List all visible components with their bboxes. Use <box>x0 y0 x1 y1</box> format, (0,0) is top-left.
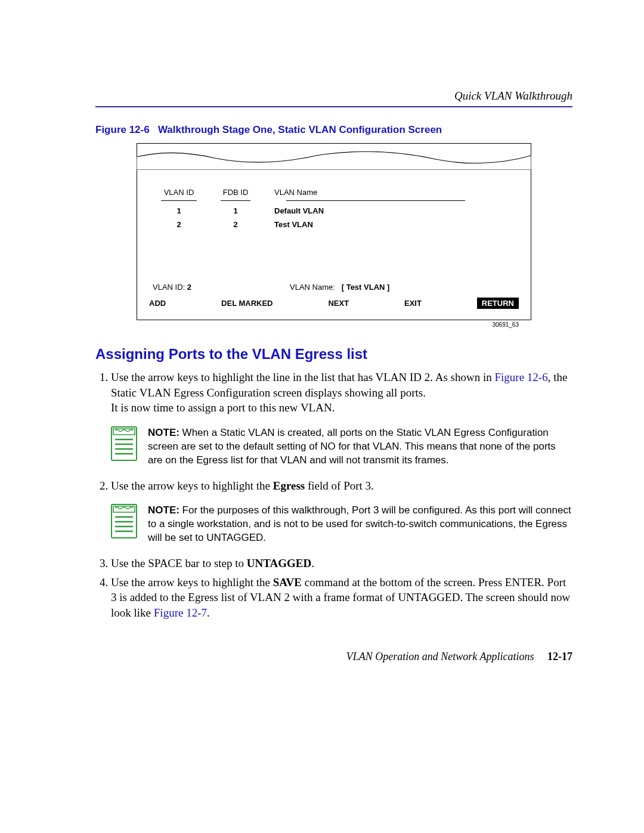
figure-caption-title: Walkthrough Stage One, Static VLAN Confi… <box>158 124 442 135</box>
vlan-id-value: 2 <box>187 283 191 292</box>
step-3-bold: UNTAGGED <box>247 557 311 569</box>
figure-12-7-link[interactable]: Figure 12-7 <box>154 606 207 619</box>
table-row: 1 1 Default VLAN <box>149 206 519 215</box>
vlan-name-value: [ Test VLAN ] <box>342 283 390 292</box>
cell-vlan-id: 2 <box>149 220 209 229</box>
step-2: Use the arrow keys to highlight the Egre… <box>111 478 572 545</box>
step-4: Use the arrow keys to highlight the SAVE… <box>111 575 572 621</box>
note-label: NOTE: <box>148 427 179 438</box>
step-3: Use the SPACE bar to step to UNTAGGED. <box>111 556 572 571</box>
exit-button[interactable]: EXIT <box>404 299 422 308</box>
table-row: 2 2 Test VLAN <box>149 220 519 229</box>
steps-list: Use the arrow keys to highlight the line… <box>95 370 572 621</box>
figure-screen: VLAN ID FDB ID VLAN Name 1 1 Default VLA… <box>137 143 531 320</box>
step-2-text-a: Use the arrow keys to highlight the <box>111 479 273 492</box>
note-1-text: NOTE: When a Static VLAN is created, all… <box>148 426 572 467</box>
page-footer: VLAN Operation and Network Applications … <box>95 651 572 663</box>
col-vlan-name: VLAN Name <box>274 188 317 197</box>
vlan-name-label: VLAN Name: <box>290 283 335 292</box>
step-2-bold: Egress <box>273 479 305 492</box>
step-3-text-c: . <box>311 557 314 569</box>
note-icon <box>111 504 137 538</box>
cell-fdb-id: 1 <box>209 206 262 215</box>
cell-vlan-name: Default VLAN <box>262 206 519 215</box>
figure-input-row: VLAN ID: 2 VLAN Name: [ Test VLAN ] <box>149 283 519 292</box>
note-2-body: For the purposes of this walkthrough, Po… <box>148 504 571 543</box>
note-icon <box>111 426 137 461</box>
figure-id: 30691_63 <box>149 321 519 328</box>
step-3-text-a: Use the SPACE bar to step to <box>111 557 247 569</box>
page-header: Quick VLAN Walkthrough <box>95 89 572 107</box>
next-button[interactable]: NEXT <box>328 299 349 308</box>
figure-button-row: ADD DEL MARKED NEXT EXIT RETURN <box>149 298 519 309</box>
note-block-2: NOTE: For the purposes of this walkthrou… <box>111 504 572 545</box>
step-4-bold: SAVE <box>273 576 302 589</box>
cell-vlan-id: 1 <box>149 206 209 215</box>
cell-fdb-id: 2 <box>209 220 262 229</box>
note-block-1: NOTE: When a Static VLAN is created, all… <box>111 426 572 467</box>
figure-12-6-link[interactable]: Figure 12-6 <box>494 371 547 383</box>
footer-book-title: VLAN Operation and Network Applications <box>346 651 534 662</box>
return-button[interactable]: RETURN <box>477 298 519 309</box>
step-1: Use the arrow keys to highlight the line… <box>111 370 572 467</box>
note-1-body: When a Static VLAN is created, all ports… <box>148 427 556 466</box>
del-marked-button[interactable]: DEL MARKED <box>221 299 273 308</box>
step-1-text-a: Use the arrow keys to highlight the line… <box>111 371 494 383</box>
step-4-text-a: Use the arrow keys to highlight the <box>111 576 273 589</box>
figure-table-header: VLAN ID FDB ID VLAN Name <box>149 188 519 202</box>
section-heading: Assigning Ports to the VLAN Egress list <box>95 346 572 363</box>
cell-vlan-name: Test VLAN <box>262 220 519 229</box>
col-vlan-id: VLAN ID <box>164 188 194 197</box>
footer-page-number: 12-17 <box>547 651 572 662</box>
vlan-id-label: VLAN ID: <box>153 283 185 292</box>
figure-caption-prefix: Figure 12-6 <box>95 124 150 135</box>
col-fdb-id: FDB ID <box>223 188 249 197</box>
note-2-text: NOTE: For the purposes of this walkthrou… <box>148 504 572 545</box>
step-1-text-c: It is now time to assign a port to this … <box>111 401 335 414</box>
torn-edge <box>137 150 531 170</box>
figure-caption: Figure 12-6 Walkthrough Stage One, Stati… <box>95 124 572 136</box>
step-2-text-c: field of Port 3. <box>305 479 374 492</box>
add-button[interactable]: ADD <box>149 299 166 308</box>
note-label: NOTE: <box>148 504 179 516</box>
step-4-text-c: . <box>207 606 210 619</box>
